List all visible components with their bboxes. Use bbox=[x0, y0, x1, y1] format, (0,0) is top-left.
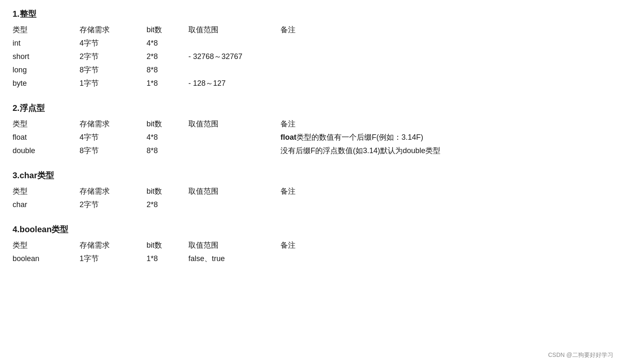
table-row: byte1字节1*8- 128～127 bbox=[13, 77, 607, 90]
table-row: float4字节4*8float类型的数值有一个后缀F(例如：3.14F) bbox=[13, 131, 607, 144]
cell-1: 1字节 bbox=[80, 252, 147, 265]
section-float: 2.浮点型类型存储需求bit数取值范围备注float4字节4*8float类型的… bbox=[13, 103, 607, 157]
cell-0: int bbox=[13, 36, 80, 50]
cell-3: - 32768～32767 bbox=[188, 50, 280, 63]
table-row: long8字节8*8 bbox=[13, 63, 607, 77]
cell-1: 2字节 bbox=[80, 50, 147, 63]
table-row: boolean1字节1*8false、true bbox=[13, 252, 607, 265]
header-col-4: 备注 bbox=[280, 238, 607, 252]
header-col-4: 备注 bbox=[280, 117, 607, 131]
cell-0: double bbox=[13, 144, 80, 157]
cell-4: 没有后缀F的浮点数值(如3.14)默认为double类型 bbox=[280, 144, 607, 157]
header-col-2: bit数 bbox=[147, 23, 188, 36]
header-col-2: bit数 bbox=[147, 185, 188, 198]
cell-0: char bbox=[13, 198, 80, 211]
cell-4 bbox=[280, 63, 607, 77]
header-col-2: bit数 bbox=[147, 238, 188, 252]
cell-4: float类型的数值有一个后缀F(例如：3.14F) bbox=[280, 131, 607, 144]
section-title-char: 3.char类型 bbox=[13, 170, 607, 181]
cell-2: 8*8 bbox=[147, 63, 188, 77]
cell-0: byte bbox=[13, 77, 80, 90]
cell-0: short bbox=[13, 50, 80, 63]
header-col-0: 类型 bbox=[13, 117, 80, 131]
header-col-1: 存储需求 bbox=[80, 117, 147, 131]
cell-2: 4*8 bbox=[147, 36, 188, 50]
header-col-0: 类型 bbox=[13, 23, 80, 36]
header-col-2: bit数 bbox=[147, 117, 188, 131]
section-boolean: 4.boolean类型类型存储需求bit数取值范围备注boolean1字节1*8… bbox=[13, 224, 607, 265]
cell-4 bbox=[280, 198, 607, 211]
cell-3 bbox=[188, 63, 280, 77]
cell-4 bbox=[280, 50, 607, 63]
cell-3 bbox=[188, 198, 280, 211]
header-col-3: 取值范围 bbox=[188, 238, 280, 252]
cell-0: long bbox=[13, 63, 80, 77]
cell-3: false、true bbox=[188, 252, 280, 265]
header-col-3: 取值范围 bbox=[188, 23, 280, 36]
watermark: CSDN @二狗要好好学习 bbox=[548, 351, 613, 359]
header-col-0: 类型 bbox=[13, 185, 80, 198]
cell-1: 2字节 bbox=[80, 198, 147, 211]
table-boolean: 类型存储需求bit数取值范围备注boolean1字节1*8false、true bbox=[13, 238, 607, 265]
cell-0: float bbox=[13, 131, 80, 144]
cell-2: 2*8 bbox=[147, 198, 188, 211]
cell-3 bbox=[188, 36, 280, 50]
header-col-3: 取值范围 bbox=[188, 185, 280, 198]
header-col-1: 存储需求 bbox=[80, 23, 147, 36]
table-integer: 类型存储需求bit数取值范围备注int4字节4*8short2字节2*8- 32… bbox=[13, 23, 607, 90]
section-char: 3.char类型类型存储需求bit数取值范围备注char2字节2*8 bbox=[13, 170, 607, 211]
cell-2: 4*8 bbox=[147, 131, 188, 144]
header-col-0: 类型 bbox=[13, 238, 80, 252]
cell-0: boolean bbox=[13, 252, 80, 265]
table-char: 类型存储需求bit数取值范围备注char2字节2*8 bbox=[13, 185, 607, 211]
cell-2: 2*8 bbox=[147, 50, 188, 63]
section-title-float: 2.浮点型 bbox=[13, 103, 607, 114]
cell-4 bbox=[280, 36, 607, 50]
table-row: short2字节2*8- 32768～32767 bbox=[13, 50, 607, 63]
header-col-4: 备注 bbox=[280, 23, 607, 36]
table-float: 类型存储需求bit数取值范围备注float4字节4*8float类型的数值有一个… bbox=[13, 117, 607, 157]
table-row: double8字节8*8没有后缀F的浮点数值(如3.14)默认为double类型 bbox=[13, 144, 607, 157]
cell-3 bbox=[188, 144, 280, 157]
table-row: char2字节2*8 bbox=[13, 198, 607, 211]
cell-4 bbox=[280, 252, 607, 265]
section-title-integer: 1.整型 bbox=[13, 8, 607, 20]
header-col-1: 存储需求 bbox=[80, 238, 147, 252]
cell-1: 4字节 bbox=[80, 36, 147, 50]
table-row: int4字节4*8 bbox=[13, 36, 607, 50]
cell-4 bbox=[280, 77, 607, 90]
cell-2: 1*8 bbox=[147, 252, 188, 265]
cell-1: 4字节 bbox=[80, 131, 147, 144]
cell-1: 1字节 bbox=[80, 77, 147, 90]
cell-1: 8字节 bbox=[80, 144, 147, 157]
cell-1: 8字节 bbox=[80, 63, 147, 77]
section-title-boolean: 4.boolean类型 bbox=[13, 224, 607, 235]
header-col-4: 备注 bbox=[280, 185, 607, 198]
cell-2: 8*8 bbox=[147, 144, 188, 157]
page-container: 1.整型类型存储需求bit数取值范围备注int4字节4*8short2字节2*8… bbox=[0, 0, 620, 295]
cell-3 bbox=[188, 131, 280, 144]
cell-2: 1*8 bbox=[147, 77, 188, 90]
section-integer: 1.整型类型存储需求bit数取值范围备注int4字节4*8short2字节2*8… bbox=[13, 8, 607, 90]
header-col-1: 存储需求 bbox=[80, 185, 147, 198]
cell-3: - 128～127 bbox=[188, 77, 280, 90]
header-col-3: 取值范围 bbox=[188, 117, 280, 131]
